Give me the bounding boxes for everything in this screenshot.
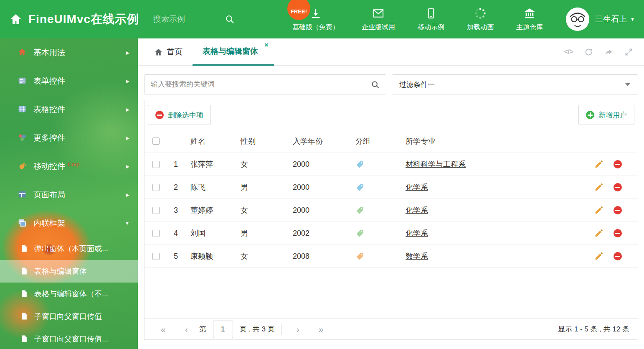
- page-input[interactable]: [213, 321, 233, 338]
- table-row: 3 董婷婷 女 2000 化学系: [145, 199, 638, 222]
- major-link[interactable]: 材料科学与工程系: [406, 160, 466, 168]
- filter-dropdown[interactable]: 过滤条件一: [392, 74, 638, 94]
- edit-button[interactable]: [594, 183, 603, 192]
- form-icon: [18, 76, 28, 86]
- mail-icon: [373, 7, 384, 20]
- table-row: 4 刘国 男 2002 化学系: [145, 222, 638, 245]
- tab-grid-edit-window[interactable]: 表格与编辑窗体 ×: [193, 38, 274, 66]
- nav-mobile-demo[interactable]: 移动示例: [408, 7, 454, 32]
- header-search-input[interactable]: [153, 15, 222, 24]
- cell-gender: 女: [234, 251, 287, 261]
- refresh-icon[interactable]: [584, 48, 593, 56]
- row-checkbox[interactable]: [152, 207, 160, 214]
- file-icon: [20, 290, 28, 298]
- sidebar-item-more-controls[interactable]: 更多控件 ▶: [0, 124, 138, 152]
- nav-loading-animation[interactable]: 加载动画: [458, 7, 503, 32]
- sidebar-item-mobile-controls[interactable]: 移动控件 Corp. ▶: [0, 152, 138, 181]
- sidebar-subitem-child-to-parent-2[interactable]: 子窗口向父窗口传值...: [0, 328, 138, 349]
- edit-button[interactable]: [594, 160, 603, 169]
- chevron-right-icon: ▶: [126, 192, 129, 198]
- delete-row-button[interactable]: [614, 160, 622, 168]
- search-icon[interactable]: [371, 80, 380, 89]
- major-link[interactable]: 化学系: [406, 229, 428, 237]
- edit-button[interactable]: [594, 229, 603, 238]
- search-icon[interactable]: [225, 14, 235, 24]
- user-menu[interactable]: 三生石上 ▼: [566, 8, 635, 31]
- chevron-right-icon: ▶: [126, 164, 129, 169]
- select-all-checkbox[interactable]: [152, 138, 160, 145]
- tab-bar: 首页 表格与编辑窗体 × </>: [138, 38, 644, 66]
- sidebar-subitem-grid-edit-window-alt[interactable]: 表格与编辑窗体（不...: [0, 283, 138, 305]
- keyword-search-input[interactable]: [151, 80, 371, 89]
- sidebar-item-basic-usage[interactable]: 基本用法 ▶: [0, 38, 138, 67]
- first-page-button[interactable]: «: [151, 324, 175, 334]
- sidebar-item-page-layout[interactable]: 页面布局 ▶: [0, 181, 138, 209]
- nav-label: 基础版（免费）: [292, 23, 339, 32]
- table-row: 5 康颖颖 女 2008 数学系: [145, 245, 638, 268]
- sidebar-item-iframe[interactable]: 内联框架 ▼: [0, 209, 138, 237]
- file-icon: [20, 335, 28, 343]
- main-content: 首页 表格与编辑窗体 × </>: [138, 38, 644, 349]
- corp-badge: Corp.: [68, 161, 81, 168]
- sidebar-item-form-controls[interactable]: 表单控件 ▶: [0, 67, 138, 95]
- major-link[interactable]: 数学系: [406, 252, 428, 260]
- delete-row-button[interactable]: [614, 252, 622, 260]
- share-icon[interactable]: [604, 48, 613, 56]
- user-avatar[interactable]: [566, 8, 589, 31]
- table-row: 2 陈飞 男 2000 化学系: [145, 176, 638, 199]
- sidebar-item-table-controls[interactable]: 表格控件 ▶: [0, 95, 138, 124]
- record-summary: 显示 1 - 5 条 , 共 12 条: [558, 324, 631, 334]
- column-header-name: 姓名: [184, 136, 234, 146]
- row-checkbox[interactable]: [152, 184, 160, 191]
- column-header-year: 入学年份: [287, 136, 349, 146]
- edit-button[interactable]: [594, 206, 603, 215]
- delete-row-button[interactable]: [614, 183, 622, 191]
- sidebar: 基本用法 ▶ 表单控件 ▶ 表格控件 ▶ 更多控件 ▶ 移动控件 Corp. ▶…: [0, 38, 138, 349]
- tab-label: 表格与编辑窗体: [203, 46, 258, 57]
- nav-label: 加载动画: [467, 23, 494, 32]
- row-index: 3: [167, 206, 184, 215]
- cell-name: 陈飞: [184, 182, 234, 192]
- delete-row-button[interactable]: [614, 229, 622, 237]
- nav-enterprise-trial[interactable]: 企业版试用: [352, 7, 404, 32]
- major-link[interactable]: 化学系: [406, 206, 428, 214]
- sidebar-item-label: 移动控件: [33, 161, 65, 172]
- nav-theme-repo[interactable]: 主题仓库: [507, 7, 552, 32]
- tab-home[interactable]: 首页: [144, 38, 193, 65]
- cell-year: 2000: [287, 206, 349, 215]
- sidebar-item-label: 内联框架: [33, 218, 65, 229]
- code-icon[interactable]: </>: [564, 48, 573, 56]
- row-index: 1: [167, 160, 184, 169]
- edit-button[interactable]: [594, 252, 603, 261]
- sidebar-item-label: 表单控件: [33, 76, 65, 87]
- tab-close-icon[interactable]: ×: [264, 41, 269, 48]
- last-page-button[interactable]: »: [309, 324, 333, 334]
- sidebar-subitem-label: 表格与编辑窗体: [34, 266, 87, 276]
- sidebar-subitem-label: 表格与编辑窗体（不...: [34, 289, 108, 299]
- cell-gender: 男: [234, 228, 287, 238]
- loading-icon: [474, 7, 486, 20]
- page-label-suffix: 页 , 共 3 页: [240, 324, 275, 334]
- delete-row-button[interactable]: [614, 206, 622, 214]
- filter-bar: 过滤条件一: [138, 66, 644, 94]
- prev-page-button[interactable]: ‹: [175, 324, 198, 334]
- data-table: 姓名 性别 入学年份 分组 所学专业 1 张萍萍 女 2000 材料科学与工程系: [145, 130, 638, 318]
- delete-selected-button[interactable]: 删除选中项: [148, 105, 211, 125]
- app-title: FineUIMvc在线示例: [28, 11, 139, 27]
- major-link[interactable]: 化学系: [406, 183, 428, 191]
- row-checkbox[interactable]: [152, 230, 160, 237]
- add-user-button[interactable]: 新增用户: [578, 105, 634, 125]
- cell-year: 2000: [287, 183, 349, 192]
- sidebar-item-label: 页面布局: [33, 189, 65, 200]
- sidebar-subitem-child-to-parent[interactable]: 子窗口向父窗口传值: [0, 305, 138, 328]
- home-logo-icon[interactable]: [9, 13, 23, 26]
- sidebar-subitem-popup-window[interactable]: 弹出窗体（本页面或...: [0, 237, 138, 260]
- next-page-button[interactable]: ›: [287, 324, 309, 334]
- column-header-group: 分组: [349, 136, 399, 146]
- row-checkbox[interactable]: [152, 161, 160, 168]
- pencil-icon: [594, 229, 603, 238]
- expand-icon[interactable]: [624, 48, 633, 56]
- row-checkbox[interactable]: [152, 253, 160, 260]
- sidebar-subitem-grid-edit-window[interactable]: 表格与编辑窗体: [0, 260, 138, 283]
- cell-gender: 男: [234, 182, 287, 192]
